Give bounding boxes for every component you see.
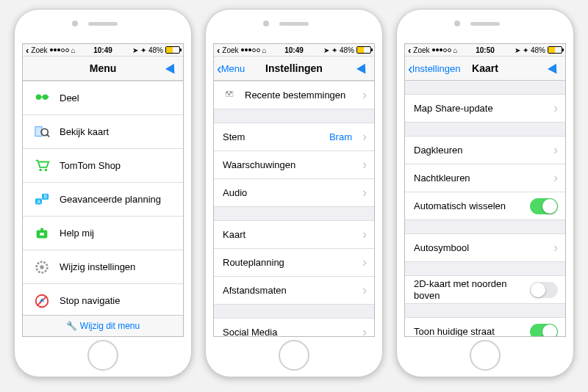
gear-icon bbox=[32, 259, 52, 275]
nav-bar: ‹Instellingen Kaart bbox=[405, 57, 565, 81]
cart-icon bbox=[32, 158, 52, 174]
row-label: Routeplanning bbox=[223, 257, 355, 269]
map-item-auto-switch[interactable]: Automatisch wisselen bbox=[405, 192, 565, 220]
settings-item-social[interactable]: Social Media › bbox=[214, 318, 374, 337]
svg-rect-21 bbox=[228, 93, 230, 95]
settings-item-map[interactable]: Kaart › bbox=[214, 220, 374, 249]
clock: 10:49 bbox=[214, 46, 374, 54]
status-bar: ‹ Zoek ⌂ 10:50 ➤ ✦ 48% bbox=[405, 44, 565, 57]
phone-device-1: ‹ Zoek ⌂ 10:49 ➤ ✦ 48% Menu bbox=[14, 9, 192, 377]
svg-rect-19 bbox=[226, 91, 229, 93]
page-title: Menu bbox=[90, 62, 117, 74]
nav-bar: ‹Menu Instellingen bbox=[214, 57, 374, 81]
chevron-right-icon: › bbox=[362, 283, 367, 298]
menu-item-settings[interactable]: Wijzig instellingen bbox=[23, 250, 183, 284]
svg-rect-13 bbox=[40, 233, 44, 236]
svg-rect-12 bbox=[40, 228, 43, 231]
map-item-day-colors[interactable]: Dagkleuren › bbox=[405, 136, 565, 164]
chevron-right-icon: › bbox=[362, 129, 367, 145]
menu-label: TomTom Shop bbox=[60, 160, 176, 172]
row-label: Map Share-update bbox=[414, 103, 546, 115]
map-item-show-street[interactable]: Toon huidige straat bbox=[405, 317, 565, 337]
toggle-show-street[interactable] bbox=[530, 324, 558, 338]
stop-nav-icon bbox=[32, 293, 52, 309]
svg-text:A: A bbox=[37, 198, 41, 203]
row-label: Toon huidige straat bbox=[414, 326, 523, 337]
chevron-right-icon: › bbox=[362, 227, 367, 242]
row-value: Bram bbox=[329, 131, 352, 142]
settings-item-warnings[interactable]: Waarschuwingen › bbox=[214, 151, 374, 179]
chevron-right-icon: › bbox=[553, 240, 558, 255]
location-arrow-icon[interactable] bbox=[549, 63, 559, 74]
menu-item-help[interactable]: Help mij bbox=[23, 217, 183, 250]
flag-icon bbox=[223, 90, 237, 101]
clock: 10:50 bbox=[405, 46, 565, 54]
map-item-car-symbol[interactable]: Autosymbool › bbox=[405, 233, 565, 262]
back-button[interactable]: ‹Menu bbox=[217, 61, 245, 76]
location-arrow-icon[interactable] bbox=[358, 63, 368, 74]
row-label: Nachtkleuren bbox=[414, 173, 546, 184]
settings-item-distance-units[interactable]: Afstandsmaten › bbox=[214, 277, 374, 305]
menu-label: Geavanceerde planning bbox=[60, 194, 176, 206]
help-icon bbox=[32, 225, 52, 242]
row-label: Dagkleuren bbox=[414, 145, 546, 156]
svg-point-6 bbox=[45, 168, 48, 171]
toolbar-label: Wijzig dit menu bbox=[80, 321, 140, 331]
chevron-right-icon: › bbox=[362, 157, 367, 173]
phone-device-2: ‹ Zoek ⌂ 10:49 ➤ ✦ 48% ‹Menu Instellinge… bbox=[205, 9, 383, 377]
page-title: Kaart bbox=[472, 62, 498, 74]
menu-screen: ‹ Zoek ⌂ 10:49 ➤ ✦ 48% Menu bbox=[22, 43, 184, 337]
row-label: 2D-kaart met noorden boven bbox=[414, 278, 523, 301]
phone-device-3: ‹ Zoek ⌂ 10:50 ➤ ✦ 48% ‹Instellingen Kaa… bbox=[396, 9, 574, 377]
svg-text:B: B bbox=[44, 194, 47, 199]
row-label: Kaart bbox=[223, 229, 355, 241]
row-label: Afstandsmaten bbox=[223, 285, 355, 297]
settings-item-recent[interactable]: Recente bestemmingen › bbox=[214, 81, 374, 109]
map-item-night-colors[interactable]: Nachtkleuren › bbox=[405, 164, 565, 192]
chevron-right-icon: › bbox=[553, 170, 558, 186]
edit-menu-button[interactable]: 🔧 Wijzig dit menu bbox=[23, 315, 183, 336]
map-item-2d-north-up[interactable]: 2D-kaart met noorden boven bbox=[405, 275, 565, 304]
status-bar: ‹ Zoek ⌂ 10:49 ➤ ✦ 48% bbox=[214, 44, 374, 57]
settings-item-audio[interactable]: Audio › bbox=[214, 179, 374, 207]
row-label: Automatisch wisselen bbox=[414, 200, 523, 212]
location-arrow-icon[interactable] bbox=[167, 63, 177, 74]
chevron-right-icon: › bbox=[362, 87, 367, 103]
svg-rect-20 bbox=[230, 91, 232, 93]
map-settings-screen: ‹ Zoek ⌂ 10:50 ➤ ✦ 48% ‹Instellingen Kaa… bbox=[404, 43, 566, 337]
page-title: Instellingen bbox=[265, 62, 323, 74]
chevron-right-icon: › bbox=[553, 101, 558, 116]
row-label: Audio bbox=[223, 187, 355, 199]
settings-item-voice[interactable]: Stem Bram › bbox=[214, 123, 374, 151]
row-label: Stem bbox=[223, 131, 322, 143]
menu-item-advanced-planning[interactable]: AB Geavanceerde planning bbox=[23, 183, 183, 217]
row-label: Waarschuwingen bbox=[223, 159, 355, 171]
settings-screen: ‹ Zoek ⌂ 10:49 ➤ ✦ 48% ‹Menu Instellinge… bbox=[213, 43, 375, 337]
chevron-right-icon: › bbox=[362, 324, 367, 337]
home-button[interactable] bbox=[470, 340, 501, 371]
menu-label: Stop navigatie bbox=[60, 295, 176, 307]
share-icon bbox=[32, 90, 52, 106]
menu-item-share[interactable]: Deel bbox=[23, 81, 183, 115]
back-button[interactable]: ‹Instellingen bbox=[408, 61, 460, 76]
clock: 10:49 bbox=[23, 46, 183, 54]
row-label: Recente bestemmingen bbox=[245, 90, 355, 101]
toggle-2d-north[interactable] bbox=[530, 282, 558, 298]
settings-item-routeplanning[interactable]: Routeplanning › bbox=[214, 249, 374, 277]
svg-line-4 bbox=[46, 134, 49, 137]
chevron-right-icon: › bbox=[362, 255, 367, 270]
battery-icon bbox=[356, 46, 371, 54]
menu-label: Wijzig instellingen bbox=[60, 261, 176, 273]
home-button[interactable] bbox=[279, 340, 309, 371]
nav-bar: Menu bbox=[23, 57, 183, 81]
menu-item-view-map[interactable]: Bekijk kaart bbox=[23, 115, 183, 149]
menu-label: Help mij bbox=[60, 228, 176, 239]
menu-item-shop[interactable]: TomTom Shop bbox=[23, 149, 183, 183]
chevron-right-icon: › bbox=[553, 142, 558, 158]
toggle-auto-switch[interactable] bbox=[530, 198, 558, 214]
menu-label: Deel bbox=[60, 92, 176, 104]
map-item-mapshare[interactable]: Map Share-update › bbox=[405, 94, 565, 123]
menu-item-stop-nav[interactable]: Stop navigatie bbox=[23, 284, 183, 318]
row-label: Autosymbool bbox=[414, 242, 546, 254]
home-button[interactable] bbox=[87, 340, 118, 371]
